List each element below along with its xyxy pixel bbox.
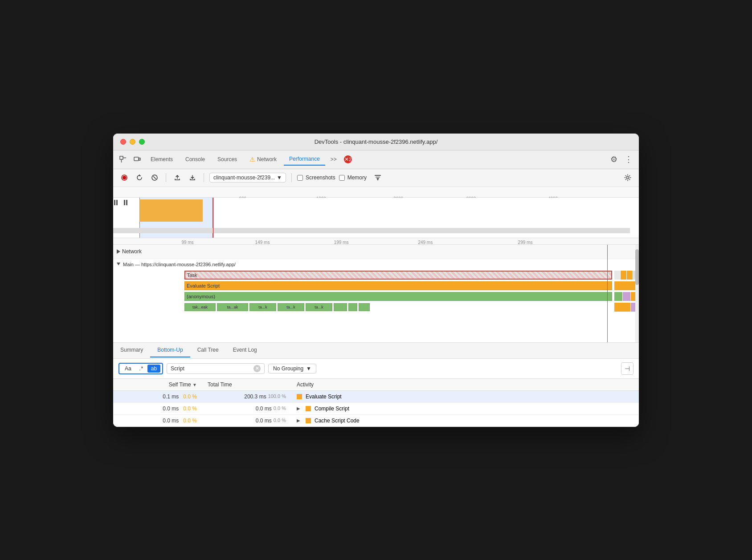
mini-bar-6[interactable]: [334, 303, 347, 311]
record-button[interactable]: [119, 172, 130, 183]
flame-row-mini[interactable]: tak...eak ta...ak ta...k ta...k ta...k: [113, 303, 639, 312]
flame-row-anonymous[interactable]: (anonymous): [113, 292, 639, 302]
mini-bar-5[interactable]: ta...k: [306, 303, 332, 311]
tab-bottom-up[interactable]: Bottom-Up: [150, 343, 190, 357]
tab-console[interactable]: Console: [180, 154, 210, 165]
table-row[interactable]: 0.0 ms 0.0 % 0.0 ms 0.0 % ▶: [113, 414, 639, 426]
tab-elements[interactable]: Elements: [145, 154, 178, 165]
timeline-controls: [114, 199, 128, 206]
maximize-button[interactable]: [139, 139, 145, 145]
filter-bar: Aa .* ab ✕ No Grouping ▼ ⊣: [113, 359, 639, 379]
sweep-icon[interactable]: [372, 172, 384, 183]
tab-event-log[interactable]: Event Log: [226, 343, 264, 357]
download-button[interactable]: [187, 172, 198, 183]
separator: [166, 173, 166, 182]
activity-icon-0: [297, 394, 302, 399]
traffic-lights: [120, 139, 145, 145]
tab-bar: Elements Console Sources ⚠ Network Perfo…: [113, 150, 639, 169]
flame-row-task[interactable]: Task: [113, 271, 639, 280]
whole-word-button[interactable]: ab: [147, 365, 160, 373]
upload-button[interactable]: [172, 172, 183, 183]
memory-checkbox[interactable]: Memory: [339, 174, 367, 181]
network-row[interactable]: Network: [113, 245, 639, 259]
mini-bar-7[interactable]: [348, 303, 357, 311]
dropdown-arrow-icon: ▼: [277, 174, 282, 181]
performance-settings-icon[interactable]: [622, 172, 633, 183]
activity-cell: Evaluate Script: [291, 390, 639, 402]
self-time-cell: 0.1 ms 0.0 %: [113, 390, 202, 402]
self-time-cell: 0.0 ms 0.0 %: [113, 402, 202, 414]
sub-ruler: 99 ms 149 ms 199 ms 249 ms 299 ms: [113, 238, 639, 245]
self-percent-value: 0.0 %: [181, 406, 197, 412]
network-warning-icon: ⚠: [249, 156, 255, 163]
filter-input-wrap[interactable]: ✕: [167, 363, 265, 374]
flame-row-evaluate[interactable]: Evaluate Script: [113, 281, 639, 291]
flame-scrollbar[interactable]: [635, 245, 639, 342]
anonymous-bar[interactable]: (anonymous): [184, 292, 612, 301]
clear-filter-button[interactable]: ✕: [253, 365, 261, 372]
self-time-value: 0.0 ms: [163, 418, 179, 424]
bottom-tabs-bar: Summary Bottom-Up Call Tree Event Log: [113, 343, 639, 359]
tab-network[interactable]: ⚠ Network: [244, 153, 282, 166]
mini-bar-8[interactable]: [359, 303, 370, 311]
settings-icon[interactable]: ⚙: [608, 153, 620, 166]
activity-name: Evaluate Script: [306, 394, 342, 400]
tab-performance[interactable]: Performance: [284, 153, 325, 166]
timeline-overview[interactable]: 999 ms 1999 ms 2999 ms 3999 ms 4999 ms C…: [113, 187, 639, 245]
svg-rect-10: [376, 177, 380, 178]
filter-input[interactable]: [171, 365, 252, 372]
activity-cell: ▶ Cache Script Code: [291, 414, 639, 426]
svg-point-11: [627, 177, 629, 179]
table-row[interactable]: 0.0 ms 0.0 % 0.0 ms 0.0 % ▶: [113, 402, 639, 414]
grouping-selector[interactable]: No Grouping ▼: [268, 364, 316, 373]
refresh-button[interactable]: [134, 172, 145, 183]
title-bar: DevTools - clinquant-mousse-2f2396.netli…: [113, 134, 639, 150]
tab-sources[interactable]: Sources: [212, 154, 242, 165]
mini-bar-1[interactable]: tak...eak: [184, 303, 216, 311]
activity-name: Compile Script: [315, 406, 349, 412]
col-activity[interactable]: Activity: [291, 379, 639, 391]
total-time-cell: 0.0 ms 0.0 %: [202, 402, 291, 414]
filter-options-group: Aa .* ab: [119, 363, 163, 374]
minimize-button[interactable]: [130, 139, 135, 145]
table-row[interactable]: 0.1 ms 0.0 % 200.3 ms 100.0 % Eva: [113, 390, 639, 402]
window-title: DevTools - clinquant-mousse-2f2396.netli…: [315, 138, 438, 145]
more-options-icon[interactable]: ⋮: [622, 153, 635, 166]
marker-line: [213, 198, 213, 238]
clear-button[interactable]: [149, 172, 160, 183]
self-time-cell: 0.0 ms 0.0 %: [113, 414, 202, 426]
expand-icon[interactable]: ▶: [297, 406, 300, 411]
col-self-time[interactable]: Self Time ▼: [113, 379, 202, 391]
sub-marker-149: 149 ms: [255, 240, 270, 245]
evaluate-bar[interactable]: Evaluate Script: [184, 281, 612, 290]
mini-bar-2[interactable]: ta...ak: [217, 303, 248, 311]
mini-bar-3[interactable]: ta...k: [249, 303, 276, 311]
regex-button[interactable]: .*: [136, 365, 147, 373]
flame-scrollbar-thumb[interactable]: [635, 249, 639, 285]
performance-toolbar: clinquant-mousse-2f239... ▼ Screenshots …: [113, 169, 639, 187]
total-percent-value: 100.0 %: [268, 394, 286, 400]
close-button[interactable]: [120, 139, 126, 145]
element-picker-icon[interactable]: [117, 153, 129, 166]
col-total-time[interactable]: Total Time: [202, 379, 291, 391]
panel-toggle-button[interactable]: ⊣: [621, 362, 633, 375]
cpu-flame-bar: [139, 199, 203, 222]
sub-marker-299: 299 ms: [518, 240, 533, 245]
device-toggle-icon[interactable]: [131, 153, 143, 166]
svg-point-6: [123, 176, 126, 179]
svg-marker-12: [117, 249, 120, 254]
task-bar[interactable]: Task: [184, 271, 612, 280]
mini-bar-4[interactable]: ta...k: [278, 303, 304, 311]
svg-marker-13: [117, 262, 120, 265]
profile-selector[interactable]: clinquant-mousse-2f239... ▼: [209, 173, 286, 183]
separator-3: [291, 173, 292, 182]
tab-call-tree[interactable]: Call Tree: [190, 343, 226, 357]
screenshots-checkbox[interactable]: Screenshots: [297, 174, 335, 181]
case-sensitive-button[interactable]: Aa: [121, 365, 135, 373]
svg-rect-9: [375, 175, 381, 176]
more-tabs-button[interactable]: >>: [327, 154, 340, 164]
total-time-value: 0.0 ms: [256, 406, 272, 412]
tab-summary[interactable]: Summary: [113, 343, 150, 357]
timeline-graph[interactable]: [113, 198, 639, 238]
expand-icon[interactable]: ▶: [297, 418, 300, 423]
